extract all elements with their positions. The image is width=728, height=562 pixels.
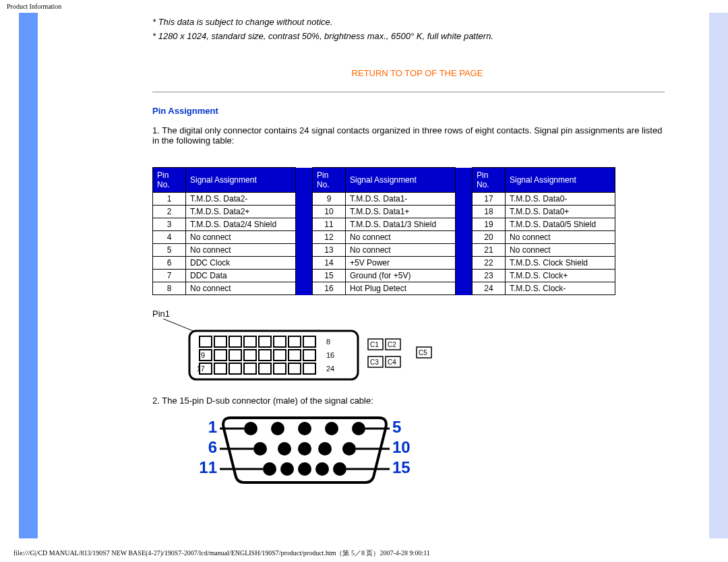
svg-rect-4 <box>229 336 241 347</box>
svg-rect-25 <box>303 363 315 374</box>
col-signal: Signal Assignment <box>506 168 615 193</box>
svg-point-48 <box>280 462 294 476</box>
content-area: * This data is subject to change without… <box>38 13 709 538</box>
dvi-label-8: 8 <box>326 338 330 346</box>
table-row: 19T.M.D.S. Data0/5 Shield <box>473 218 615 231</box>
svg-rect-24 <box>289 363 301 374</box>
page-header: Product Information <box>0 0 728 13</box>
svg-point-43 <box>278 442 291 456</box>
pin-table-3: Pin No. Signal Assignment 17T.M.D.S. Dat… <box>472 167 615 295</box>
svg-rect-9 <box>303 336 315 347</box>
dsub-connector-diagram: 1 6 11 5 10 15 <box>152 412 682 487</box>
dvi-connector-diagram: 8 9 16 17 24 C1 C2 C3 C4 C5 <box>152 319 682 386</box>
svg-rect-11 <box>214 350 226 361</box>
table-row: 4No connect <box>153 231 296 244</box>
table-row: 7DDC Data <box>153 270 296 282</box>
table-spacer <box>296 168 312 295</box>
table-row: 11T.M.D.S. Data1/3 Shield <box>313 218 456 231</box>
col-signal: Signal Assignment <box>186 168 296 193</box>
col-pin-no: Pin No. <box>473 168 506 193</box>
table-row: 23T.M.D.S. Clock+ <box>473 270 615 282</box>
svg-rect-15 <box>274 350 286 361</box>
table-row: 17T.M.D.S. Data0- <box>473 193 615 206</box>
dsub-label-6: 6 <box>208 438 217 456</box>
svg-rect-22 <box>259 363 271 374</box>
table-row: 14+5V Power <box>313 257 456 270</box>
svg-point-37 <box>244 422 257 435</box>
svg-point-44 <box>298 442 311 456</box>
svg-rect-17 <box>303 350 315 361</box>
table-row: 5No connect <box>153 244 296 257</box>
dsub-label-1: 1 <box>208 418 217 436</box>
table-row: 9T.M.D.S. Data1- <box>313 193 456 206</box>
svg-rect-23 <box>274 363 286 374</box>
dvi-label-c3: C3 <box>370 358 379 366</box>
svg-rect-6 <box>259 336 271 347</box>
svg-point-38 <box>271 422 284 435</box>
dvi-label-9: 9 <box>201 351 205 359</box>
table-row: 2T.M.D.S. Data2+ <box>153 206 296 218</box>
table-spacer <box>456 168 472 295</box>
pin-table-1: Pin No. Signal Assignment 1T.M.D.S. Data… <box>152 167 296 295</box>
svg-rect-7 <box>274 336 286 347</box>
table-row: 8No connect <box>153 282 296 295</box>
dsub-label-15: 15 <box>392 458 411 476</box>
table-row: 12No connect <box>313 231 456 244</box>
note-text-2: * 1280 x 1024, standard size, contrast 5… <box>152 31 682 41</box>
svg-point-39 <box>298 422 311 435</box>
pin-tables-row: Pin No. Signal Assignment 1T.M.D.S. Data… <box>152 155 682 295</box>
svg-point-46 <box>342 442 356 456</box>
svg-point-47 <box>263 462 276 476</box>
dsub-label-11: 11 <box>199 458 217 476</box>
svg-rect-8 <box>289 336 301 347</box>
page-footer: file:///G|/CD MANUAL/813/190S7 NEW BASE(… <box>7 544 437 562</box>
dsub-text: 2. The 15-pin D-sub connector (male) of … <box>152 396 682 406</box>
svg-rect-16 <box>289 350 301 361</box>
dvi-label-c2: C2 <box>388 341 396 348</box>
table-row: 10T.M.D.S. Data1+ <box>313 206 456 218</box>
table-row: 21No connect <box>473 244 615 257</box>
svg-point-41 <box>352 422 365 435</box>
section-title: Pin Assignment <box>152 106 682 116</box>
svg-rect-14 <box>259 350 271 361</box>
right-rail <box>709 13 728 538</box>
left-blue-strip <box>19 13 38 538</box>
table-row: 15Ground (for +5V) <box>313 270 456 282</box>
table-row: 24T.M.D.S. Clock- <box>473 282 615 295</box>
left-rail <box>0 13 19 538</box>
col-signal: Signal Assignment <box>346 168 456 193</box>
pin1-label: Pin1 <box>152 309 682 319</box>
svg-rect-20 <box>229 363 241 374</box>
dsub-label-5: 5 <box>392 418 401 436</box>
col-pin-no: Pin No. <box>313 168 346 193</box>
table-row: 20No connect <box>473 231 615 244</box>
dvi-label-16: 16 <box>326 351 334 359</box>
dsub-label-10: 10 <box>392 438 411 456</box>
svg-rect-2 <box>200 336 212 347</box>
svg-point-49 <box>298 462 311 476</box>
table-row: 16Hot Plug Detect <box>313 282 456 295</box>
dvi-label-17: 17 <box>197 365 205 373</box>
svg-rect-5 <box>244 336 256 347</box>
svg-point-45 <box>318 442 332 456</box>
svg-rect-3 <box>214 336 226 347</box>
svg-point-51 <box>333 462 346 476</box>
intro-text: 1. The digital only connector contains 2… <box>152 125 671 146</box>
svg-rect-12 <box>229 350 241 361</box>
divider <box>152 92 665 92</box>
svg-rect-21 <box>244 363 256 374</box>
table-row: 6DDC Clock <box>153 257 296 270</box>
pin-table-2: Pin No. Signal Assignment 9T.M.D.S. Data… <box>312 167 456 295</box>
svg-point-50 <box>315 462 329 476</box>
svg-rect-19 <box>214 363 226 374</box>
dvi-label-c4: C4 <box>388 358 396 366</box>
dvi-label-c1: C1 <box>370 341 379 348</box>
table-row: 1T.M.D.S. Data2- <box>153 193 296 206</box>
dvi-label-c5: C5 <box>419 349 427 356</box>
svg-rect-13 <box>244 350 256 361</box>
table-row: 22T.M.D.S. Clock Shield <box>473 257 615 270</box>
col-pin-no: Pin No. <box>153 168 186 193</box>
svg-point-42 <box>253 442 267 456</box>
return-to-top-link[interactable]: RETURN TO TOP OF THE PAGE <box>152 68 682 78</box>
dvi-label-24: 24 <box>326 365 334 373</box>
